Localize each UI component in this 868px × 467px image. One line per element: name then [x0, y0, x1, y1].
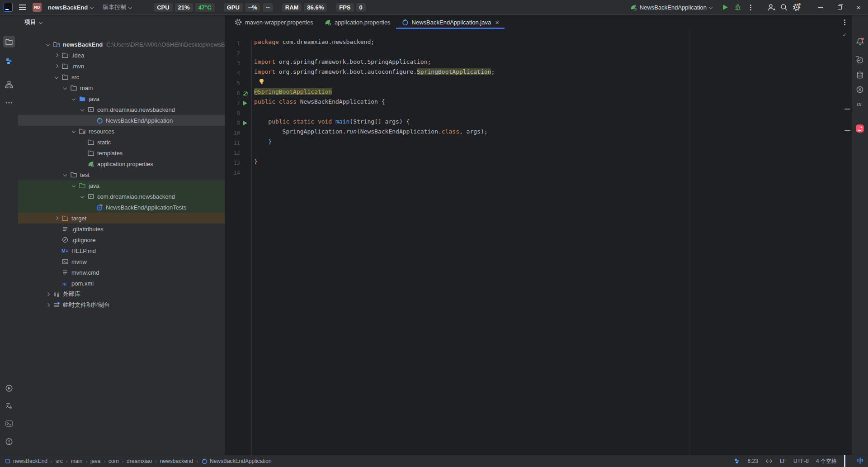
spring-bean-gutter-icon[interactable] [243, 91, 248, 96]
tree-item[interactable]: 外部库 [18, 289, 225, 300]
chevron-open-icon[interactable] [71, 180, 79, 191]
editor-tab[interactable]: NewsBackEndApplication.java× [396, 15, 505, 29]
chevron-closed-icon[interactable] [45, 300, 53, 310]
tree-item[interactable]: java [18, 180, 225, 191]
tree-item[interactable]: .gitignore [18, 234, 225, 245]
run-configuration-widget[interactable]: NewsBackEndApplication [630, 4, 712, 11]
tree-item[interactable]: .idea [18, 50, 225, 61]
gutter-line[interactable]: 8 [225, 108, 251, 118]
gutter-line[interactable]: 10 [225, 128, 251, 138]
breadcrumb-item[interactable]: newsBackEnd [5, 458, 47, 464]
breadcrumb-item[interactable]: NewsBackEndApplication [201, 458, 272, 464]
chevron-open-icon[interactable] [71, 93, 79, 104]
editor-code-area[interactable]: package com.dreamxiao.newsbackend;import… [252, 38, 842, 455]
breadcrumb-item[interactable]: java [90, 458, 100, 464]
chevron-open-icon[interactable] [62, 82, 70, 93]
line-separator-icon[interactable] [765, 457, 773, 465]
gutter-line[interactable]: 6 [225, 88, 251, 98]
chevron-closed-icon[interactable] [54, 213, 61, 224]
terminal-tool-button[interactable] [3, 418, 15, 429]
chevron-closed-icon[interactable] [54, 50, 61, 61]
tree-item[interactable]: mvnw.cmd [18, 267, 225, 278]
structure-tool-button[interactable] [3, 79, 15, 91]
project-widget[interactable]: newsBackEnd [48, 4, 94, 11]
tree-item[interactable]: main [18, 82, 225, 93]
x-plugin-tool-button[interactable] [854, 84, 866, 95]
chevron-open-icon[interactable] [80, 104, 87, 115]
project-folder-tool-button[interactable] [3, 36, 15, 48]
vcs-widget[interactable]: 版本控制 [103, 3, 132, 11]
breadcrumb-item[interactable]: main [71, 458, 82, 464]
gutter-line[interactable]: 9 [225, 118, 251, 128]
tree-item[interactable]: test [18, 169, 225, 180]
chevron-open-icon[interactable] [62, 169, 70, 180]
gutter-line[interactable]: 5 [225, 78, 251, 88]
editor-gutter[interactable]: 1234567891011121314 [225, 38, 252, 455]
ai-assistant-button[interactable] [854, 54, 866, 66]
status-plugin-icon[interactable] [734, 458, 741, 464]
chevron-closed-icon[interactable] [54, 61, 61, 71]
search-everywhere-button[interactable] [778, 1, 790, 14]
tree-item[interactable]: application.properties [18, 158, 225, 169]
run-gutter-icon[interactable] [243, 101, 247, 105]
gutter-line[interactable]: 3 [225, 58, 251, 68]
gutter-line[interactable]: 2 [225, 48, 251, 58]
tree-item[interactable]: NewsBackEndApplication [18, 115, 225, 126]
encoding-widget[interactable]: UTF-8 [793, 458, 809, 464]
tree-item[interactable]: MHELP.md [18, 245, 225, 256]
tree-item[interactable]: resources [18, 126, 225, 137]
error-stripe[interactable]: ✓ [842, 29, 852, 455]
gutter-line[interactable]: 14 [225, 168, 251, 178]
translation-tool-button[interactable] [3, 400, 15, 412]
chevron-open-icon[interactable] [80, 191, 87, 202]
problems-tool-button[interactable] [3, 436, 15, 448]
caret-position-widget[interactable]: 6:23 [748, 458, 758, 464]
gutter-line[interactable]: 11 [225, 138, 251, 148]
chevron-open-icon[interactable] [54, 71, 61, 82]
maximize-button[interactable] [830, 0, 849, 15]
chevron-closed-icon[interactable] [45, 289, 53, 300]
red-plugin-tool-button[interactable] [854, 123, 866, 134]
intention-bulb-icon[interactable] [259, 79, 264, 83]
maven-tool-button[interactable]: m [854, 98, 866, 110]
breadcrumb-item[interactable]: src [56, 458, 63, 464]
project-panel-header[interactable]: 项目 [18, 15, 225, 29]
tree-item[interactable]: .mvn [18, 61, 225, 71]
breadcrumb-item[interactable]: com [108, 458, 119, 464]
plugin-blue-tool-button[interactable] [3, 55, 15, 67]
more-tools-button[interactable] [3, 97, 15, 109]
chevron-open-icon[interactable] [71, 126, 79, 137]
tree-item[interactable]: com.dreamxiao.newsbackend [18, 191, 225, 202]
run-gutter-icon[interactable] [243, 121, 247, 125]
gutter-line[interactable]: 13 [225, 158, 251, 168]
ime-indicator[interactable]: 中 [853, 457, 868, 465]
usage-stripe-mark[interactable] [844, 130, 850, 131]
database-tool-button[interactable] [854, 69, 866, 81]
tree-item[interactable]: src [18, 71, 225, 82]
inspection-ok-icon[interactable]: ✓ [843, 31, 846, 38]
editor-tab[interactable]: maven-wrapper.properties [229, 15, 319, 29]
gutter-line[interactable]: 4 [225, 68, 251, 78]
indent-widget[interactable]: 4 个空格 [816, 457, 837, 465]
more-actions-button[interactable] [744, 1, 757, 14]
tab-options-button[interactable] [844, 15, 845, 29]
settings-button[interactable] [790, 1, 803, 14]
gutter-line[interactable]: 1 [225, 38, 251, 48]
chevron-open-icon[interactable] [45, 39, 53, 50]
gutter-line[interactable]: 7 [225, 98, 251, 108]
tree-item[interactable]: .gitattributes [18, 224, 225, 234]
tree-item[interactable]: mvnw [18, 256, 225, 267]
editor-tab[interactable]: application.properties [319, 15, 396, 29]
breadcrumb-item[interactable]: dreamxiao [127, 458, 152, 464]
gutter-line[interactable]: 12 [225, 148, 251, 158]
tree-item[interactable]: java [18, 93, 225, 104]
tree-item[interactable]: templates [18, 148, 225, 158]
run-button[interactable] [719, 1, 731, 14]
tree-item[interactable]: target [18, 213, 225, 224]
line-ending-widget[interactable]: LF [780, 458, 786, 464]
main-menu-icon[interactable] [19, 5, 26, 10]
minimize-button[interactable] [811, 0, 830, 15]
services-tool-button[interactable] [3, 382, 15, 394]
tree-item[interactable]: newsBackEndC:\Users\DREAMXIAOSHEN\Deskto… [18, 39, 225, 50]
debug-button[interactable] [731, 1, 744, 14]
